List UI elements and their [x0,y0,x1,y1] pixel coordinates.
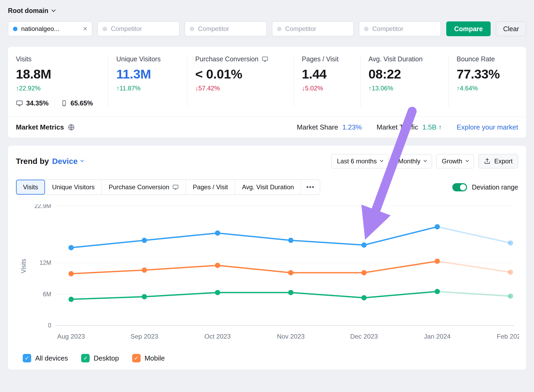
more-tabs-button[interactable]: ••• [301,180,320,195]
explore-market-link[interactable]: Explore your market [457,123,518,131]
metric-label: Pages / Visit [302,55,360,63]
desktop-icon [16,100,23,107]
market-share-label: Market Share [297,123,338,131]
scope-selector[interactable]: Root domain [8,7,526,15]
svg-text:Sep 2023: Sep 2023 [131,333,158,340]
chevron-down-icon [380,159,383,162]
market-share: Market Share 1.23% [297,123,362,131]
competitor-dot-icon [277,27,282,31]
date-range-dropdown[interactable]: Last 6 months [331,154,388,168]
competitor-placeholder: Competitor [285,25,316,33]
chevron-down-icon [466,159,469,162]
market-metrics-values: Market Share 1.23% Market Traffic 1.5B ↑… [297,123,518,131]
desktop-only-icon [262,56,268,62]
legend-label: All devices [35,354,68,362]
remove-domain-icon[interactable]: × [83,25,87,33]
chart-legend: All devices Desktop Mobile [16,354,518,362]
svg-text:12M: 12M [39,259,51,266]
metric-label: Avg. Visit Duration [369,55,448,63]
metric-avg-visit-duration: Avg. Visit Duration 08:22 ↑13.06% [360,55,448,107]
market-metrics-title: Market Metrics [16,123,64,131]
chevron-down-icon [423,159,427,162]
market-share-value[interactable]: 1.23% [342,123,362,131]
metric-purchase-conversion: Purchase Conversion < 0.01% ↓57.42% [187,55,294,107]
chevron-down-icon [51,8,56,12]
metric-unique-visitors: Unique Visitors 11.3M ↑11.87% [108,55,187,107]
svg-text:0: 0 [48,322,51,329]
checkbox-checked-icon[interactable] [23,354,31,362]
compare-button[interactable]: Compare [446,21,491,36]
metric-pages-per-visit: Pages / Visit 1.44 ↓5.02% [294,55,360,107]
metric-label: Unique Visitors [116,55,187,63]
trend-title: Trend by [16,157,49,166]
competitor-dot-icon [364,27,369,31]
tab-pages-per-visit[interactable]: Pages / Visit [186,180,235,195]
competitor-placeholder: Competitor [198,25,229,33]
svg-text:6M: 6M [43,291,51,298]
legend-all-devices[interactable]: All devices [23,354,68,362]
competitor-input-2[interactable]: Competitor [185,21,267,36]
desktop-only-icon [172,184,179,190]
competitor-dot-icon [190,27,194,31]
svg-text:22.9M: 22.9M [34,204,51,209]
y-axis-title: Visits [20,259,27,273]
metric-label: Purchase Conversion [195,55,259,63]
competitor-input-4[interactable]: Competitor [359,21,441,36]
svg-text:Oct 2023: Oct 2023 [204,333,231,340]
competitor-input-3[interactable]: Competitor [272,21,354,36]
metric-value: 77.33% [457,67,518,81]
svg-text:Nov 2023: Nov 2023 [277,333,305,340]
chevron-down-icon [80,159,84,162]
trend-line-chart[interactable]: 06M12M22.9MAug 2023Sep 2023Oct 2023Nov 2… [16,204,519,350]
checkbox-checked-icon[interactable] [132,354,141,362]
metric-change: ↓5.02% [302,85,360,92]
metric-change: ↑4.64% [457,85,518,92]
checkbox-checked-icon[interactable] [81,354,90,362]
mobile-share: 65.65% [61,99,93,107]
legend-desktop[interactable]: Desktop [81,354,119,362]
market-globe-icon [68,124,75,131]
competitor-dot-icon [103,27,107,31]
metric-label: Visits [16,55,108,63]
metric-change: ↑11.87% [116,85,187,92]
trend-controls: Last 6 months Monthly Growth Export [331,154,518,168]
trend-chart-area: Visits 06M12M22.9MAug 2023Sep 2023Oct 20… [16,204,518,350]
tab-avg-visit-duration[interactable]: Avg. Visit Duration [235,180,301,195]
export-icon [484,158,491,165]
mobile-icon [61,100,67,107]
competitor-input-1[interactable]: Competitor [98,21,179,36]
domain-chip[interactable]: nationalgeo... × [8,21,92,36]
mobile-share-value: 65.65% [71,99,93,107]
metric-visits: Visits 18.8M ↑22.92% 34.35% 65.65% [16,55,108,107]
deviation-range-control: Deviation range [452,183,518,191]
tab-purchase-conversion[interactable]: Purchase Conversion [102,180,186,195]
legend-mobile[interactable]: Mobile [132,354,165,362]
trend-header: Trend by Device Last 6 months Monthly Gr… [16,154,518,168]
desktop-share-value: 34.35% [26,99,49,107]
granularity-dropdown[interactable]: Monthly [393,154,432,168]
metric-change: ↓57.42% [195,85,294,92]
svg-text:Feb 2024: Feb 2024 [497,333,519,340]
svg-text:Aug 2023: Aug 2023 [57,333,85,340]
summary-metrics-card: Visits 18.8M ↑22.92% 34.35% 65.65% [8,47,526,138]
metric-tabs: Visits Unique Visitors Purchase Conversi… [16,179,320,195]
up-arrow-icon: ↑ [438,123,442,131]
trend-dimension-dropdown[interactable]: Device [52,157,83,166]
legend-label: Mobile [145,354,165,362]
market-traffic: Market Traffic 1.5B ↑ [377,123,442,131]
legend-label: Desktop [94,354,119,362]
export-button[interactable]: Export [478,154,518,168]
tab-unique-visitors[interactable]: Unique Visitors [45,180,102,195]
mode-dropdown[interactable]: Growth [436,154,474,168]
metric-value: < 0.01% [195,67,294,81]
metric-value: 1.44 [302,67,360,81]
svg-text:Jan 2024: Jan 2024 [424,333,451,340]
tab-visits[interactable]: Visits [16,180,45,195]
traffic-analytics-page: Root domain nationalgeo... × Competitor … [0,0,534,392]
domain-chip-label: nationalgeo... [21,25,59,33]
deviation-range-toggle[interactable] [452,183,467,191]
metrics-row: Visits 18.8M ↑22.92% 34.35% 65.65% [8,47,526,117]
metric-tabs-row: Visits Unique Visitors Purchase Conversi… [16,179,518,195]
market-traffic-value: 1.5B ↑ [422,123,442,131]
clear-button[interactable]: Clear [496,21,526,36]
